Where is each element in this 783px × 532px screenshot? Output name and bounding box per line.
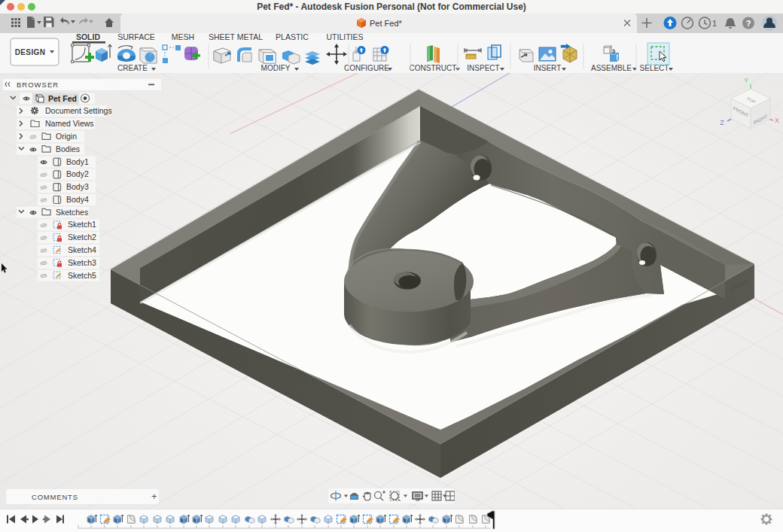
- svg-text:CONSTRUCT: CONSTRUCT: [410, 64, 457, 72]
- svg-text:Sketches: Sketches: [56, 208, 88, 217]
- svg-text:UTILITIES: UTILITIES: [326, 33, 363, 41]
- svg-text:ASSEMBLE: ASSEMBLE: [591, 64, 632, 72]
- svg-text:MODIFY: MODIFY: [261, 64, 291, 72]
- svg-text:Bodies: Bodies: [56, 144, 80, 154]
- svg-text:SURFACE: SURFACE: [117, 33, 155, 41]
- svg-text:INSERT: INSERT: [534, 64, 562, 72]
- svg-text:Sketch3: Sketch3: [68, 258, 96, 267]
- svg-text:Body3: Body3: [66, 182, 89, 191]
- svg-text:SHEET METAL: SHEET METAL: [209, 33, 263, 41]
- svg-text:SOLID: SOLID: [76, 33, 101, 41]
- svg-text:MESH: MESH: [172, 33, 194, 41]
- svg-text:Y: Y: [744, 77, 748, 84]
- svg-text:Sketch1: Sketch1: [68, 220, 96, 229]
- svg-text:Body1: Body1: [66, 157, 89, 166]
- svg-text:?: ?: [746, 19, 751, 28]
- svg-text:Pet Fed: Pet Fed: [48, 94, 77, 103]
- svg-text:1: 1: [712, 19, 717, 28]
- svg-text:BROWSER: BROWSER: [17, 81, 59, 89]
- svg-text:Origin: Origin: [56, 132, 77, 141]
- svg-text:Named Views: Named Views: [45, 119, 94, 128]
- svg-text:Pet Fed*: Pet Fed*: [370, 19, 403, 28]
- svg-text:Document Settings: Document Settings: [45, 106, 112, 115]
- svg-text:Sketch2: Sketch2: [68, 233, 96, 242]
- svg-text:SELECT: SELECT: [640, 64, 669, 72]
- svg-text:CREATE: CREATE: [117, 64, 148, 72]
- svg-text:Body4: Body4: [66, 195, 89, 204]
- svg-text:PLASTIC: PLASTIC: [276, 33, 309, 41]
- svg-text:DESIGN: DESIGN: [15, 48, 46, 56]
- svg-text:Sketch5: Sketch5: [68, 271, 96, 280]
- svg-text:Body2: Body2: [66, 169, 89, 178]
- svg-text:CONFIGURE: CONFIGURE: [344, 64, 389, 72]
- svg-text:Sketch4: Sketch4: [68, 245, 96, 254]
- svg-text:INSPECT: INSPECT: [467, 64, 499, 72]
- svg-text:Z: Z: [720, 119, 724, 126]
- svg-text:X: X: [775, 117, 779, 124]
